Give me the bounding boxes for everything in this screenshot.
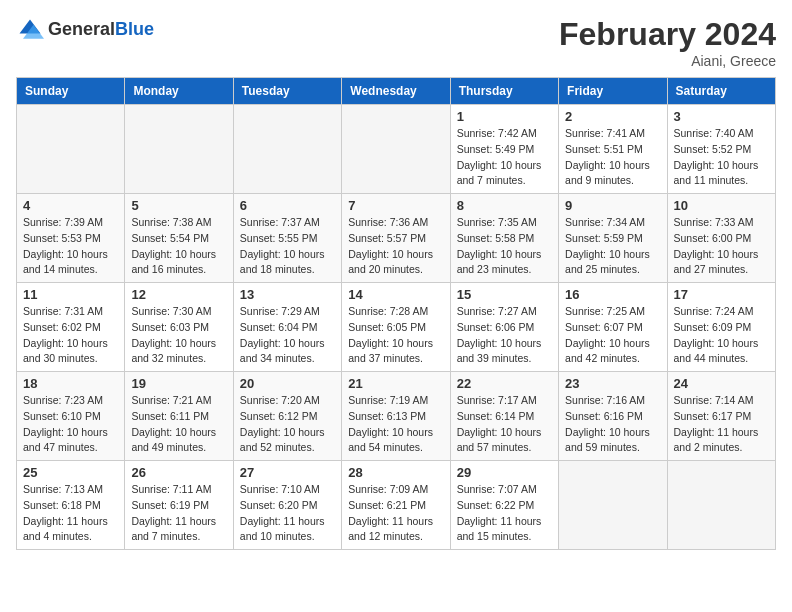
day-info: Sunrise: 7:27 AMSunset: 6:06 PMDaylight:…: [457, 304, 552, 367]
location: Aiani, Greece: [559, 53, 776, 69]
day-number: 13: [240, 287, 335, 302]
day-info: Sunrise: 7:28 AMSunset: 6:05 PMDaylight:…: [348, 304, 443, 367]
title-area: February 2024 Aiani, Greece: [559, 16, 776, 69]
col-header-saturday: Saturday: [667, 78, 775, 105]
day-number: 1: [457, 109, 552, 124]
day-cell: 24Sunrise: 7:14 AMSunset: 6:17 PMDayligh…: [667, 372, 775, 461]
logo-general: General: [48, 19, 115, 39]
day-number: 8: [457, 198, 552, 213]
day-cell: [342, 105, 450, 194]
col-header-wednesday: Wednesday: [342, 78, 450, 105]
day-number: 24: [674, 376, 769, 391]
day-info: Sunrise: 7:31 AMSunset: 6:02 PMDaylight:…: [23, 304, 118, 367]
day-number: 20: [240, 376, 335, 391]
day-number: 19: [131, 376, 226, 391]
day-number: 27: [240, 465, 335, 480]
day-cell: 10Sunrise: 7:33 AMSunset: 6:00 PMDayligh…: [667, 194, 775, 283]
day-cell: 21Sunrise: 7:19 AMSunset: 6:13 PMDayligh…: [342, 372, 450, 461]
col-header-sunday: Sunday: [17, 78, 125, 105]
day-cell: [667, 461, 775, 550]
day-cell: 13Sunrise: 7:29 AMSunset: 6:04 PMDayligh…: [233, 283, 341, 372]
day-number: 29: [457, 465, 552, 480]
day-info: Sunrise: 7:38 AMSunset: 5:54 PMDaylight:…: [131, 215, 226, 278]
day-info: Sunrise: 7:07 AMSunset: 6:22 PMDaylight:…: [457, 482, 552, 545]
calendar-header: SundayMondayTuesdayWednesdayThursdayFrid…: [17, 78, 776, 105]
day-number: 2: [565, 109, 660, 124]
day-cell: [17, 105, 125, 194]
page-header: GeneralBlue February 2024 Aiani, Greece: [16, 16, 776, 69]
day-number: 26: [131, 465, 226, 480]
day-info: Sunrise: 7:21 AMSunset: 6:11 PMDaylight:…: [131, 393, 226, 456]
day-cell: 20Sunrise: 7:20 AMSunset: 6:12 PMDayligh…: [233, 372, 341, 461]
day-info: Sunrise: 7:34 AMSunset: 5:59 PMDaylight:…: [565, 215, 660, 278]
day-info: Sunrise: 7:23 AMSunset: 6:10 PMDaylight:…: [23, 393, 118, 456]
day-number: 6: [240, 198, 335, 213]
day-cell: 18Sunrise: 7:23 AMSunset: 6:10 PMDayligh…: [17, 372, 125, 461]
day-number: 25: [23, 465, 118, 480]
day-number: 23: [565, 376, 660, 391]
day-number: 28: [348, 465, 443, 480]
day-cell: 19Sunrise: 7:21 AMSunset: 6:11 PMDayligh…: [125, 372, 233, 461]
day-cell: [559, 461, 667, 550]
day-number: 11: [23, 287, 118, 302]
day-number: 18: [23, 376, 118, 391]
day-info: Sunrise: 7:19 AMSunset: 6:13 PMDaylight:…: [348, 393, 443, 456]
day-cell: 27Sunrise: 7:10 AMSunset: 6:20 PMDayligh…: [233, 461, 341, 550]
day-info: Sunrise: 7:25 AMSunset: 6:07 PMDaylight:…: [565, 304, 660, 367]
col-header-thursday: Thursday: [450, 78, 558, 105]
day-cell: 2Sunrise: 7:41 AMSunset: 5:51 PMDaylight…: [559, 105, 667, 194]
week-row-1: 1Sunrise: 7:42 AMSunset: 5:49 PMDaylight…: [17, 105, 776, 194]
day-cell: 7Sunrise: 7:36 AMSunset: 5:57 PMDaylight…: [342, 194, 450, 283]
day-cell: 22Sunrise: 7:17 AMSunset: 6:14 PMDayligh…: [450, 372, 558, 461]
day-cell: [233, 105, 341, 194]
day-number: 21: [348, 376, 443, 391]
day-number: 4: [23, 198, 118, 213]
day-info: Sunrise: 7:30 AMSunset: 6:03 PMDaylight:…: [131, 304, 226, 367]
day-info: Sunrise: 7:14 AMSunset: 6:17 PMDaylight:…: [674, 393, 769, 456]
day-info: Sunrise: 7:29 AMSunset: 6:04 PMDaylight:…: [240, 304, 335, 367]
day-number: 15: [457, 287, 552, 302]
day-cell: 4Sunrise: 7:39 AMSunset: 5:53 PMDaylight…: [17, 194, 125, 283]
day-cell: 6Sunrise: 7:37 AMSunset: 5:55 PMDaylight…: [233, 194, 341, 283]
day-cell: 25Sunrise: 7:13 AMSunset: 6:18 PMDayligh…: [17, 461, 125, 550]
header-row: SundayMondayTuesdayWednesdayThursdayFrid…: [17, 78, 776, 105]
logo-icon: [16, 16, 44, 44]
week-row-3: 11Sunrise: 7:31 AMSunset: 6:02 PMDayligh…: [17, 283, 776, 372]
calendar-body: 1Sunrise: 7:42 AMSunset: 5:49 PMDaylight…: [17, 105, 776, 550]
week-row-2: 4Sunrise: 7:39 AMSunset: 5:53 PMDaylight…: [17, 194, 776, 283]
day-info: Sunrise: 7:33 AMSunset: 6:00 PMDaylight:…: [674, 215, 769, 278]
day-number: 17: [674, 287, 769, 302]
day-cell: 23Sunrise: 7:16 AMSunset: 6:16 PMDayligh…: [559, 372, 667, 461]
day-number: 7: [348, 198, 443, 213]
logo-blue-text: Blue: [115, 19, 154, 39]
day-cell: 14Sunrise: 7:28 AMSunset: 6:05 PMDayligh…: [342, 283, 450, 372]
week-row-5: 25Sunrise: 7:13 AMSunset: 6:18 PMDayligh…: [17, 461, 776, 550]
day-info: Sunrise: 7:16 AMSunset: 6:16 PMDaylight:…: [565, 393, 660, 456]
day-info: Sunrise: 7:20 AMSunset: 6:12 PMDaylight:…: [240, 393, 335, 456]
day-info: Sunrise: 7:13 AMSunset: 6:18 PMDaylight:…: [23, 482, 118, 545]
week-row-4: 18Sunrise: 7:23 AMSunset: 6:10 PMDayligh…: [17, 372, 776, 461]
col-header-tuesday: Tuesday: [233, 78, 341, 105]
day-cell: 29Sunrise: 7:07 AMSunset: 6:22 PMDayligh…: [450, 461, 558, 550]
day-info: Sunrise: 7:17 AMSunset: 6:14 PMDaylight:…: [457, 393, 552, 456]
day-cell: 3Sunrise: 7:40 AMSunset: 5:52 PMDaylight…: [667, 105, 775, 194]
month-title: February 2024: [559, 16, 776, 53]
day-cell: 1Sunrise: 7:42 AMSunset: 5:49 PMDaylight…: [450, 105, 558, 194]
logo-text: GeneralBlue: [48, 20, 154, 40]
day-number: 16: [565, 287, 660, 302]
day-number: 14: [348, 287, 443, 302]
day-cell: 15Sunrise: 7:27 AMSunset: 6:06 PMDayligh…: [450, 283, 558, 372]
day-number: 5: [131, 198, 226, 213]
col-header-friday: Friday: [559, 78, 667, 105]
day-info: Sunrise: 7:24 AMSunset: 6:09 PMDaylight:…: [674, 304, 769, 367]
day-info: Sunrise: 7:42 AMSunset: 5:49 PMDaylight:…: [457, 126, 552, 189]
day-cell: 9Sunrise: 7:34 AMSunset: 5:59 PMDaylight…: [559, 194, 667, 283]
day-info: Sunrise: 7:11 AMSunset: 6:19 PMDaylight:…: [131, 482, 226, 545]
day-info: Sunrise: 7:10 AMSunset: 6:20 PMDaylight:…: [240, 482, 335, 545]
day-number: 12: [131, 287, 226, 302]
day-number: 3: [674, 109, 769, 124]
day-info: Sunrise: 7:39 AMSunset: 5:53 PMDaylight:…: [23, 215, 118, 278]
day-info: Sunrise: 7:36 AMSunset: 5:57 PMDaylight:…: [348, 215, 443, 278]
day-cell: 28Sunrise: 7:09 AMSunset: 6:21 PMDayligh…: [342, 461, 450, 550]
day-info: Sunrise: 7:41 AMSunset: 5:51 PMDaylight:…: [565, 126, 660, 189]
